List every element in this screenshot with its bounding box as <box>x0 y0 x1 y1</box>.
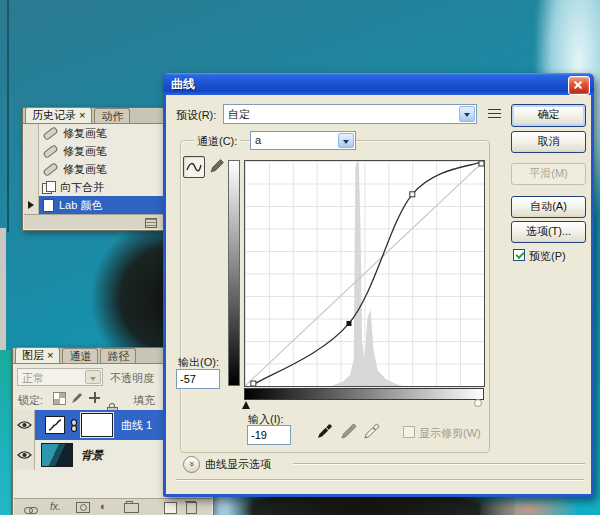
tab-actions[interactable]: 动作 <box>94 108 130 123</box>
visibility-toggle[interactable] <box>14 410 35 440</box>
preview-checkbox[interactable] <box>513 249 525 261</box>
opacity-label: 不透明度 <box>110 371 154 386</box>
shadow-slider[interactable] <box>242 401 250 409</box>
curve-point-selected[interactable] <box>346 321 351 326</box>
history-item[interactable]: 修复画笔 <box>24 160 163 178</box>
history-state-gutter[interactable] <box>24 142 39 160</box>
pencil-icon <box>209 158 225 174</box>
merge-down-icon <box>42 181 55 193</box>
layer-image-thumbnail[interactable] <box>41 443 73 467</box>
history-item-label: 修复画笔 <box>63 126 107 141</box>
healing-brush-icon <box>42 144 58 159</box>
canvas-edge-line <box>7 0 9 232</box>
curves-dialog: 曲线 预设(R): 自定 确定 取消 平滑(M) 自动(A) 选项(T)... … <box>163 73 594 497</box>
history-panel-tabs: 历史记录 × 动作 <box>23 108 164 124</box>
lock-paint-brush-icon[interactable] <box>71 391 84 404</box>
preset-options-icon[interactable] <box>488 109 501 120</box>
output-input[interactable] <box>176 369 220 389</box>
curve-point[interactable] <box>410 192 415 197</box>
eye-icon <box>17 420 32 430</box>
ok-button[interactable]: 确定 <box>511 104 586 127</box>
tab-channels[interactable]: 通道 <box>62 348 98 363</box>
dialog-titlebar[interactable]: 曲线 <box>163 73 594 95</box>
output-label: 输出(O): <box>178 355 219 370</box>
preset-value: 自定 <box>228 107 456 122</box>
layer-mask-thumbnail[interactable] <box>81 413 113 437</box>
curve-plot[interactable] <box>245 161 484 386</box>
expand-options-icon[interactable]: » <box>183 456 200 473</box>
channel-label: 通道(C): <box>194 134 240 149</box>
delete-layer-icon[interactable] <box>186 502 197 514</box>
link-icon <box>71 419 77 432</box>
layer-style-fx-icon[interactable]: fx. <box>50 501 61 512</box>
add-mask-icon[interactable] <box>76 502 90 513</box>
input-gradient-bar <box>244 388 484 400</box>
history-panel-footer <box>24 214 163 229</box>
layer-group-icon[interactable] <box>124 503 139 513</box>
auto-button[interactable]: 自动(A) <box>511 196 586 218</box>
history-panel: 历史记录 × 动作 修复画笔 修复画笔 修复画笔 向下合并 <box>22 107 165 231</box>
output-gradient-bar <box>228 160 240 386</box>
channel-value: a <box>255 134 335 146</box>
white-point-eyedropper-icon[interactable] <box>363 421 380 440</box>
black-point-eyedropper-icon[interactable] <box>316 421 333 440</box>
visibility-toggle[interactable] <box>14 440 35 470</box>
input-input[interactable] <box>247 425 291 445</box>
chevron-down-icon <box>459 106 475 122</box>
fill-label: 填充 <box>133 393 155 408</box>
highlight-slider[interactable] <box>474 399 482 407</box>
smooth-button: 平滑(M) <box>511 163 586 185</box>
blend-mode-dropdown[interactable]: 正常 <box>17 368 103 386</box>
history-item-label: 修复画笔 <box>63 144 107 159</box>
preset-dropdown[interactable]: 自定 <box>223 104 477 124</box>
history-item[interactable]: 修复画笔 <box>24 124 163 142</box>
channel-dropdown[interactable]: a <box>250 131 356 150</box>
canvas-photo-strip <box>0 350 11 515</box>
pencil-tool[interactable] <box>207 156 227 176</box>
history-state-gutter[interactable] <box>24 196 39 214</box>
history-item-selected[interactable]: Lab 颜色 <box>24 196 163 214</box>
layer-name: 背景 <box>81 448 103 463</box>
adjustment-layer-thumbnail[interactable] <box>45 416 65 434</box>
curve-point[interactable] <box>251 381 256 386</box>
history-state-gutter[interactable] <box>24 160 39 178</box>
histogram <box>331 161 403 386</box>
options-button[interactable]: 选项(T)... <box>511 221 586 243</box>
tab-layers[interactable]: 图层 × <box>15 347 60 363</box>
history-options-icon[interactable] <box>145 218 157 228</box>
photoshop-workspace: 历史记录 × 动作 修复画笔 修复画笔 修复画笔 向下合并 <box>0 0 600 515</box>
history-item[interactable]: 向下合并 <box>24 178 163 196</box>
history-item[interactable]: 修复画笔 <box>24 142 163 160</box>
curve-tool-icon <box>186 161 202 173</box>
history-item-label: 修复画笔 <box>63 162 107 177</box>
history-item-label: Lab 颜色 <box>59 198 102 213</box>
tab-paths[interactable]: 路径 <box>100 348 136 363</box>
edit-points-tool[interactable] <box>183 156 205 178</box>
tab-history[interactable]: 历史记录 × <box>25 107 92 123</box>
healing-brush-icon <box>42 162 58 177</box>
layers-panel-footer: fx. ◐ <box>14 498 212 515</box>
lock-position-icon[interactable] <box>89 392 100 403</box>
lock-transparency-icon[interactable] <box>53 392 66 405</box>
history-state-gutter[interactable] <box>24 124 39 142</box>
curve-graph[interactable] <box>244 160 485 387</box>
close-icon[interactable] <box>568 76 590 95</box>
history-state-gutter[interactable] <box>24 178 39 196</box>
document-icon <box>43 199 54 212</box>
show-clipping-checkbox <box>403 426 415 438</box>
chevron-down-icon <box>85 370 101 384</box>
link-layers-icon[interactable] <box>24 504 38 511</box>
eye-icon <box>17 450 32 460</box>
healing-brush-icon <box>42 126 58 141</box>
lock-label: 锁定: <box>18 393 43 408</box>
chevron-down-icon <box>338 133 354 148</box>
new-layer-icon[interactable] <box>164 502 177 514</box>
show-clipping-label: 显示修剪(W) <box>419 426 481 441</box>
curve-point[interactable] <box>479 161 484 166</box>
history-pointer-icon[interactable] <box>28 201 34 209</box>
cancel-button[interactable]: 取消 <box>511 131 586 153</box>
display-options-label: 曲线显示选项 <box>205 457 271 472</box>
adjustment-layer-icon[interactable]: ◐ <box>100 500 107 512</box>
preview-label: 预览(P) <box>529 249 566 264</box>
gray-point-eyedropper-icon[interactable] <box>340 421 357 440</box>
